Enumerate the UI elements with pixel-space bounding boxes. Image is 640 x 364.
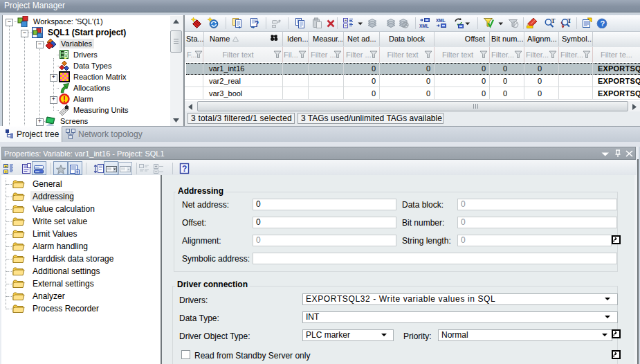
svg-text:+: + bbox=[5, 170, 8, 174]
svg-text:?: ? bbox=[601, 19, 605, 28]
svg-text:T: T bbox=[567, 17, 571, 24]
svg-text:XML: XML bbox=[419, 24, 429, 28]
svg-text:T: T bbox=[551, 17, 556, 24]
svg-text:XML: XML bbox=[436, 18, 446, 23]
svg-text:?: ? bbox=[255, 20, 259, 28]
svg-text:+: + bbox=[5, 164, 8, 168]
svg-text:?: ? bbox=[182, 164, 187, 174]
